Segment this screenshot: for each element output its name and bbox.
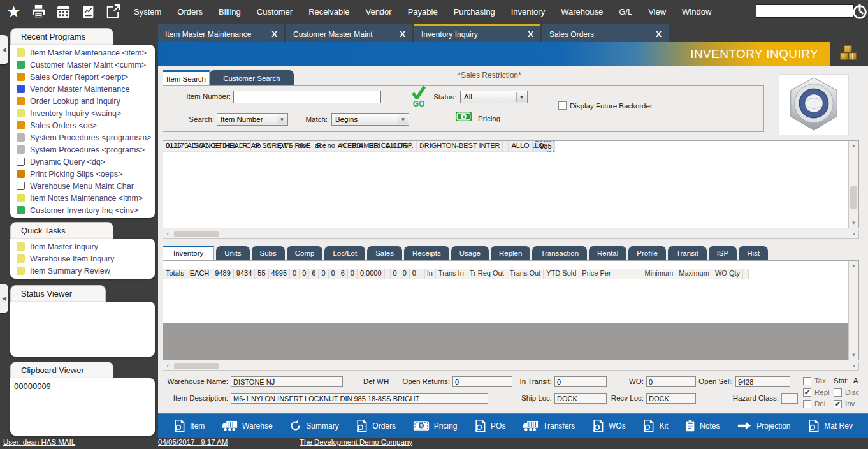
- sidebar-item-warehouse-item-inquiry[interactable]: Warehouse Item Inquiry: [10, 253, 155, 265]
- inventory-hscrollbar[interactable]: ‹ ›: [163, 362, 859, 371]
- flag-del[interactable]: Del: [803, 398, 830, 409]
- flag-inv[interactable]: Inv: [834, 398, 859, 409]
- toolbar-orders[interactable]: Orders: [356, 420, 396, 432]
- cell[interactable]: 0: [409, 269, 419, 279]
- report-icon[interactable]: [80, 3, 97, 20]
- cell[interactable]: BRIGHTON-BEST INTER: [417, 141, 503, 151]
- detail-tab-inventory[interactable]: Inventory: [163, 246, 214, 260]
- recent-programs-header[interactable]: Recent Programs: [10, 28, 113, 45]
- inventory-vscrollbar[interactable]: ▲ ▼: [848, 261, 858, 360]
- tab-sales-orders[interactable]: Sales OrdersX: [542, 24, 669, 42]
- recv-loc-field[interactable]: DOCK: [646, 393, 696, 404]
- sidebar-item-dynamic-query-dq[interactable]: Dynamic Query <dq>: [10, 156, 155, 168]
- export-icon[interactable]: [105, 3, 122, 20]
- in-transit-field[interactable]: 0: [554, 376, 607, 387]
- detail-tab-transit[interactable]: Transit: [668, 246, 707, 260]
- menu-item-warehouse[interactable]: Warehouse: [558, 4, 606, 19]
- sidebar-item-sales-orders-oe[interactable]: Sales Orders <oe>: [10, 119, 155, 131]
- sidebar-item-customer-master-maint-cumm[interactable]: Customer Master Maint <cumm>: [10, 59, 155, 71]
- checkbox-tax[interactable]: [803, 377, 811, 385]
- cell[interactable]: 0: [300, 269, 309, 279]
- search-by-dropdown[interactable]: Item Number ▼: [217, 113, 288, 126]
- inv-col-tr-req-out[interactable]: Tr Req Out: [467, 269, 507, 279]
- cell[interactable]: 0: [390, 269, 400, 279]
- cell[interactable]: 0.0000: [357, 269, 384, 279]
- cell[interactable]: ace: [295, 141, 312, 151]
- toolbar-warehse[interactable]: Warehse: [222, 420, 273, 432]
- checkbox-repl[interactable]: [803, 388, 811, 397]
- tab-customer-search[interactable]: Customer Search: [210, 70, 294, 86]
- detail-tab-hist[interactable]: Hist: [739, 246, 768, 260]
- scroll-up-icon[interactable]: ▲: [849, 261, 858, 270]
- detail-tab-usage[interactable]: Usage: [451, 246, 489, 260]
- scroll-thumb[interactable]: [174, 231, 219, 237]
- scroll-left-icon[interactable]: ‹: [163, 230, 173, 238]
- quick-tasks-header[interactable]: Quick Tasks: [10, 222, 113, 239]
- cell[interactable]: [329, 141, 335, 151]
- status-dropdown[interactable]: All ▼: [460, 91, 528, 103]
- item-description-field[interactable]: M6-1 NYLON INSERT LOCKNUT DIN 985 18-8SS…: [231, 393, 488, 404]
- print-icon[interactable]: [30, 3, 47, 20]
- cell[interactable]: 9434: [233, 269, 254, 279]
- close-icon[interactable]: X: [266, 29, 277, 39]
- inv-col-trans-in[interactable]: Trans In: [435, 269, 467, 279]
- scroll-up-icon[interactable]: ▲: [849, 141, 858, 151]
- inv-col-price-per[interactable]: Price Per: [579, 269, 642, 279]
- detail-tab-loc-lot[interactable]: Loc/Lot: [324, 246, 365, 260]
- menu-item-vendor[interactable]: Vendor: [362, 4, 394, 19]
- inv-col-extra[interactable]: [743, 269, 749, 279]
- sidebar-item-sales-order-report-oerpt[interactable]: Sales Order Report <oerpt>: [10, 71, 155, 83]
- item-number-input[interactable]: [233, 91, 381, 103]
- toolbar-kit[interactable]: Kit: [642, 420, 668, 432]
- scroll-right-icon[interactable]: ›: [849, 362, 858, 370]
- toolbar-item[interactable]: Item: [173, 420, 205, 432]
- scroll-down-icon[interactable]: ▼: [849, 350, 858, 360]
- cell[interactable]: EACH: [187, 269, 212, 279]
- detail-tab-sales[interactable]: Sales: [367, 246, 402, 260]
- warehouse-name-field[interactable]: DISTONE NJ: [231, 376, 343, 387]
- sidebar-item-item-notes-maintenance-itnm[interactable]: Item Notes Maintenance <itnm>: [10, 192, 155, 204]
- sidebar-item-warehouse-menu-maint-char[interactable]: Warehouse Menu Maint Char: [10, 180, 155, 192]
- sidebar-item-inventory-inquiry-wainq[interactable]: Inventory Inquiry <wainq>: [10, 107, 155, 119]
- menubar-search-input[interactable]: [756, 4, 854, 18]
- cell[interactable]: 0: [290, 269, 300, 279]
- close-icon[interactable]: X: [651, 29, 662, 39]
- cell[interactable]: Totals: [163, 269, 187, 279]
- cell[interactable]: ACER AMERICA CORP.: [335, 141, 416, 151]
- sidebar-collapse-handle[interactable]: ◀: [0, 35, 8, 64]
- settings-icon[interactable]: [851, 3, 868, 20]
- cell[interactable]: QTY: [275, 141, 295, 151]
- detail-tab-rental[interactable]: Rental: [589, 246, 626, 260]
- flag-disc[interactable]: Disc: [834, 386, 859, 398]
- scroll-thumb[interactable]: [850, 186, 857, 209]
- cell[interactable]: 0: [319, 269, 328, 279]
- menu-item-customer[interactable]: Customer: [254, 4, 296, 19]
- inv-col-wo-qty[interactable]: WO Qty: [712, 269, 742, 279]
- open-sell-field[interactable]: 9428: [735, 376, 790, 387]
- ship-loc-field[interactable]: DOCK: [554, 393, 607, 404]
- menu-item-orders[interactable]: Orders: [174, 4, 206, 19]
- menu-item-billing[interactable]: Billing: [215, 4, 244, 19]
- wo-field[interactable]: 0: [646, 376, 696, 387]
- cell[interactable]: R: [240, 141, 250, 151]
- calendar-icon[interactable]: [55, 3, 72, 20]
- sidebar-item-vendor-master-maintenance[interactable]: Vendor Master Maintenance: [10, 83, 155, 95]
- cell[interactable]: 4995: [268, 269, 289, 279]
- menu-item-view[interactable]: View: [645, 4, 669, 19]
- cell[interactable]: 6: [309, 269, 319, 279]
- status-viewer-header[interactable]: Status Viewer: [10, 285, 106, 302]
- cell[interactable]: ALLO: [509, 141, 532, 151]
- detail-tab-receipts[interactable]: Receipts: [404, 246, 449, 260]
- scroll-down-icon[interactable]: ▼: [849, 218, 858, 228]
- cell[interactable]: 0: [347, 269, 357, 279]
- go-button[interactable]: GO: [408, 85, 430, 108]
- menu-item-purchasing[interactable]: Purchasing: [451, 4, 498, 19]
- cell[interactable]: [416, 141, 422, 151]
- open-returns-field[interactable]: 0: [452, 376, 512, 387]
- scroll-left-icon[interactable]: ‹: [163, 362, 173, 370]
- cell[interactable]: [503, 141, 509, 151]
- sidebar-item-print-picking-slips-oeps[interactable]: Print Picking Slips <oeps>: [10, 168, 155, 180]
- cell[interactable]: N: [264, 141, 275, 151]
- cell[interactable]: ace: [312, 141, 329, 151]
- tab-inventory-inquiry[interactable]: Inventory InquiryX: [414, 24, 540, 42]
